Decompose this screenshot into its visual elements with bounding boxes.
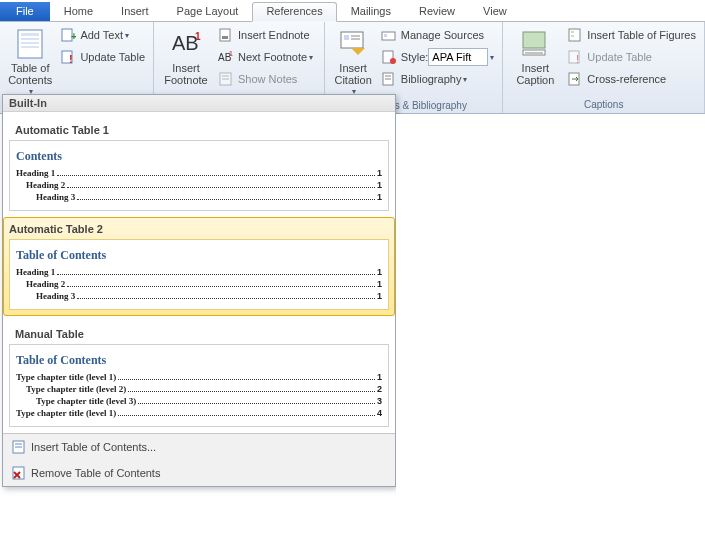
tab-references[interactable]: References: [252, 2, 336, 22]
svg-text:1: 1: [229, 50, 233, 57]
toc-line: Heading 31: [16, 192, 382, 202]
tab-file[interactable]: File: [0, 2, 50, 21]
toc-entry-label: Heading 1: [16, 267, 55, 277]
insert-endnote-button[interactable]: Insert Endnote: [214, 24, 317, 46]
add-text-button[interactable]: + Add Text ▾: [56, 24, 149, 46]
tab-page-layout[interactable]: Page Layout: [163, 2, 253, 21]
insert-caption-button[interactable]: Insert Caption: [507, 24, 563, 86]
toc-line: Heading 21: [16, 279, 382, 289]
svg-rect-19: [344, 35, 349, 40]
insert-caption-icon: [519, 28, 551, 60]
next-footnote-button[interactable]: AB1 Next Footnote ▾: [214, 46, 317, 68]
gallery-item-title: Automatic Table 2: [9, 223, 389, 239]
toc-preview: Contents Heading 11Heading 21Heading 31: [9, 140, 389, 211]
style-label: Style:: [401, 51, 429, 63]
insert-table-of-figures-button[interactable]: Insert Table of Figures: [563, 24, 700, 46]
remove-table-of-contents-menuitem[interactable]: Remove Table of Contents: [3, 460, 395, 486]
toc-leader-dots: [138, 403, 375, 404]
chevron-down-icon[interactable]: ▾: [490, 53, 494, 62]
gallery-header: Built-In: [3, 95, 395, 112]
toc-page-number: 1: [377, 291, 382, 301]
add-text-label: Add Text: [80, 29, 123, 41]
toc-page-number: 1: [377, 267, 382, 277]
style-select[interactable]: [428, 48, 488, 66]
insert-citation-button[interactable]: Insert Citation ▾: [329, 24, 376, 98]
svg-rect-2: [21, 38, 39, 40]
toc-page-number: 2: [377, 384, 382, 394]
preview-heading: Contents: [16, 149, 382, 164]
svg-text:1: 1: [195, 31, 201, 42]
insert-toc-label: Insert Table of Contents...: [31, 441, 156, 453]
toc-preview: Table of Contents Heading 11Heading 21He…: [9, 239, 389, 310]
preview-heading: Table of Contents: [16, 248, 382, 263]
toc-leader-dots: [118, 379, 375, 380]
next-footnote-icon: AB1: [218, 49, 234, 65]
toc-page-number: 1: [377, 279, 382, 289]
tab-view[interactable]: View: [469, 2, 521, 21]
tab-home[interactable]: Home: [50, 2, 107, 21]
update-table-figures-button[interactable]: ! Update Table: [563, 46, 700, 68]
toc-leader-dots: [128, 391, 375, 392]
insert-footnote-icon: AB1: [170, 28, 202, 60]
svg-rect-22: [382, 32, 395, 40]
gallery-item-manual-table[interactable]: Manual Table Table of Contents Type chap…: [3, 316, 395, 433]
gallery-footer: Insert Table of Contents... Remove Table…: [3, 433, 395, 486]
insert-table-of-contents-menuitem[interactable]: Insert Table of Contents...: [3, 434, 395, 460]
toc-line: Heading 21: [16, 180, 382, 190]
toc-leader-dots: [57, 274, 375, 275]
insert-citation-label: Insert Citation: [334, 62, 371, 86]
gallery-item-automatic-table-2[interactable]: Automatic Table 2 Table of Contents Head…: [3, 217, 395, 316]
toc-page-number: 1: [377, 180, 382, 190]
toc-entry-label: Type chapter title (level 1): [16, 372, 116, 382]
toc-page-number: 1: [377, 192, 382, 202]
tab-review[interactable]: Review: [405, 2, 469, 21]
insert-table-of-figures-label: Insert Table of Figures: [587, 29, 696, 41]
toc-page-number: 3: [377, 396, 382, 406]
cross-reference-label: Cross-reference: [587, 73, 666, 85]
toc-line: Heading 11: [16, 267, 382, 277]
insert-endnote-label: Insert Endnote: [238, 29, 310, 41]
table-of-contents-button[interactable]: Table of Contents ▾: [4, 24, 56, 98]
gallery-item-title: Manual Table: [9, 322, 389, 344]
manage-sources-button[interactable]: Manage Sources: [377, 24, 499, 46]
toc-entry-label: Heading 3: [36, 291, 75, 301]
svg-rect-23: [384, 34, 387, 37]
cross-reference-icon: [567, 71, 583, 87]
show-notes-label: Show Notes: [238, 73, 297, 85]
chevron-down-icon: ▾: [309, 53, 313, 62]
toc-line: Type chapter title (level 1)4: [16, 408, 382, 418]
group-captions: Insert Caption Insert Table of Figures !…: [503, 22, 705, 113]
toc-leader-dots: [118, 415, 375, 416]
gallery-item-automatic-table-1[interactable]: Automatic Table 1 Contents Heading 11Hea…: [3, 112, 395, 217]
update-table-icon: !: [567, 49, 583, 65]
toc-leader-dots: [67, 187, 375, 188]
table-of-contents-icon: [14, 28, 46, 60]
add-text-icon: +: [60, 27, 76, 43]
svg-text:+: +: [71, 31, 76, 42]
svg-rect-34: [571, 35, 574, 37]
svg-text:!: !: [69, 53, 73, 65]
svg-rect-4: [21, 46, 39, 48]
show-notes-button[interactable]: Show Notes: [214, 68, 317, 90]
document-area[interactable]: [396, 114, 705, 537]
toc-entry-label: Heading 1: [16, 168, 55, 178]
tab-insert[interactable]: Insert: [107, 2, 163, 21]
toc-leader-dots: [77, 298, 375, 299]
show-notes-icon: [218, 71, 234, 87]
manage-sources-icon: [381, 27, 397, 43]
bibliography-button[interactable]: Bibliography ▾: [377, 68, 499, 90]
svg-rect-32: [569, 29, 580, 41]
toc-page-number: 1: [377, 372, 382, 382]
style-icon: [381, 49, 397, 65]
table-of-figures-icon: [567, 27, 583, 43]
table-of-contents-gallery: Built-In Automatic Table 1 Contents Head…: [2, 94, 396, 487]
toc-line: Type chapter title (level 1)1: [16, 372, 382, 382]
update-table-button[interactable]: ! Update Table: [56, 46, 149, 68]
cross-reference-button[interactable]: Cross-reference: [563, 68, 700, 90]
tab-mailings[interactable]: Mailings: [337, 2, 405, 21]
insert-toc-icon: [11, 439, 27, 455]
svg-rect-3: [21, 42, 39, 44]
menu-tabs: File Home Insert Page Layout References …: [0, 0, 705, 22]
toc-leader-dots: [77, 199, 375, 200]
insert-footnote-button[interactable]: AB1 Insert Footnote: [158, 24, 214, 86]
